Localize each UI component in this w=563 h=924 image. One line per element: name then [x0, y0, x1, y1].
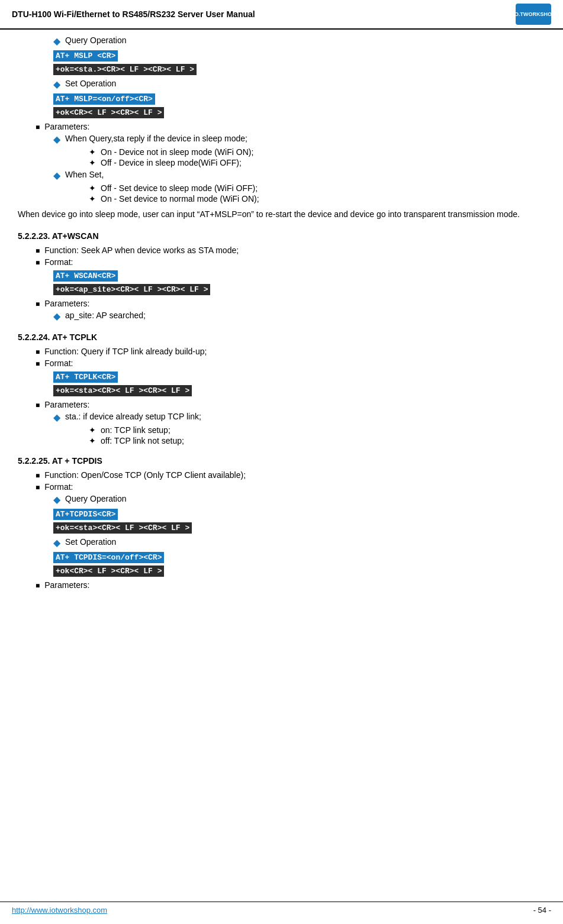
tcpdis-query-code-block: AT+TCPDIS<CR> +ok=<sta><CR>< LF ><CR>< L… — [53, 508, 545, 535]
tcpdis-format-item: ■ Format: — [36, 482, 545, 492]
parameters-item: ■ Parameters: — [36, 122, 545, 131]
tcplk-func-label: Function: Query if TCP link already buil… — [44, 347, 207, 356]
when-set-item: ◆ When Set, — [53, 170, 545, 181]
when-query-item: ◆ When Query,sta reply if the device in … — [53, 134, 545, 145]
on-wifi-on-item: ✦ On - Device not in sleep mode (WiFi ON… — [89, 147, 545, 157]
wscan-params-label: Parameters: — [44, 299, 89, 308]
section-tcpdis-heading: 5.2.2.25. AT + TCPDIS — [18, 456, 545, 466]
wscan-params-item: ■ Parameters: — [36, 299, 545, 308]
arrow-icon-5: ✦ — [89, 425, 96, 435]
tcplk-sta-label: sta.: if device already setup TCP link; — [65, 412, 201, 421]
parameters-label: Parameters: — [44, 122, 89, 131]
wscan-code-block: AT+ WSCAN<CR> +ok=<ap_site><CR>< LF ><CR… — [53, 269, 545, 296]
query-cmd-blue: AT+ MSLP <CR> — [53, 50, 118, 62]
wscan-ap-site-item: ◆ ap_site: AP searched; — [53, 311, 545, 322]
wscan-format-item: ■ Format: — [36, 257, 545, 267]
wscan-func-label: Function: Seek AP when device works as S… — [44, 245, 239, 255]
arrow-icon: ✦ — [89, 147, 96, 157]
diamond-icon: ◆ — [53, 35, 60, 47]
query-cmd-dark: +ok=<sta.><CR>< LF ><CR>< LF > — [53, 64, 197, 75]
diamond-icon-2: ◆ — [53, 79, 60, 90]
tcplk-params-item: ■ Parameters: — [36, 400, 545, 409]
square-icon: ■ — [36, 123, 40, 131]
diamond-icon-3: ◆ — [53, 134, 60, 145]
logo-line1: I.O.T — [511, 11, 523, 18]
square-icon-2: ■ — [36, 247, 40, 255]
wscan-cmd-dark: +ok=<ap_site><CR>< LF ><CR>< LF > — [53, 284, 210, 295]
tcpdis-query-item: ◆ Query Operation — [53, 494, 545, 505]
tcpdis-set-cmd-dark: +ok<CR>< LF ><CR>< LF > — [53, 566, 164, 577]
tcpdis-params-label: Parameters: — [44, 580, 89, 590]
footer-link[interactable]: http://www.iotworkshop.com — [12, 906, 107, 915]
off-set-device: Off - Set device to sleep mode (WiFi OFF… — [101, 183, 258, 193]
square-icon-9: ■ — [36, 483, 40, 492]
diamond-icon-8: ◆ — [53, 537, 60, 548]
tcpdis-params-item: ■ Parameters: — [36, 580, 545, 590]
tcpdis-func-label: Function: Open/Cose TCP (Only TCP Client… — [44, 470, 246, 480]
tcpdis-query-cmd-blue: AT+TCPDIS<CR> — [53, 509, 118, 520]
tcpdis-set-label: Set Operation — [65, 537, 116, 547]
square-icon-5: ■ — [36, 348, 40, 356]
square-icon-8: ■ — [36, 471, 40, 480]
tcpdis-set-code-block: AT+ TCPDIS=<on/off><CR> +ok<CR>< LF ><CR… — [53, 551, 545, 578]
tcplk-code-block: AT+ TCPLK<CR> +ok=<sta><CR>< LF ><CR>< L… — [53, 370, 545, 398]
tcplk-params-label: Parameters: — [44, 400, 89, 409]
square-icon-7: ■ — [36, 401, 40, 409]
tcplk-off-item: ✦ off: TCP link not setup; — [89, 436, 545, 445]
when-query-label: When Query,sta reply if the device in sl… — [65, 134, 247, 143]
set-code-block: AT+ MSLP=<on/off><CR> +ok<CR>< LF ><CR><… — [53, 92, 545, 119]
arrow-icon-4: ✦ — [89, 194, 96, 203]
when-set-label: When Set, — [65, 170, 104, 179]
page-footer: http://www.iotworkshop.com - 54 - — [0, 902, 563, 918]
footer-page: - 54 - — [533, 906, 551, 915]
square-icon-4: ■ — [36, 300, 40, 308]
main-content: ◆ Query Operation AT+ MSLP <CR> +ok=<sta… — [0, 35, 563, 616]
section-tcplk-heading: 5.2.2.24. AT+ TCPLK — [18, 332, 545, 342]
tcpdis-set-item: ◆ Set Operation — [53, 537, 545, 548]
set-operation-label: Set Operation — [65, 79, 116, 88]
set-operation-item: ◆ Set Operation — [53, 79, 545, 90]
tcplk-on-item: ✦ on: TCP link setup; — [89, 425, 545, 435]
tcpdis-function-item: ■ Function: Open/Cose TCP (Only TCP Clie… — [36, 470, 545, 480]
wscan-ap-site: ap_site: AP searched; — [65, 311, 146, 320]
page-header: DTU-H100 Wi-Fi/Ethernet to RS485/RS232 S… — [0, 0, 563, 30]
query-code-block: AT+ MSLP <CR> +ok=<sta.><CR>< LF ><CR>< … — [53, 49, 545, 76]
square-icon-6: ■ — [36, 360, 40, 368]
tcplk-format-item: ■ Format: — [36, 358, 545, 368]
header-title: DTU-H100 Wi-Fi/Ethernet to RS485/RS232 S… — [12, 9, 255, 19]
tcplk-off: off: TCP link not setup; — [101, 436, 184, 445]
arrow-icon-3: ✦ — [89, 183, 96, 193]
logo-line2: WORKSHOP — [523, 11, 555, 18]
tcpdis-set-cmd-blue: AT+ TCPDIS=<on/off><CR> — [53, 552, 164, 563]
on-set-device: On - Set device to normal mode (WiFi ON)… — [101, 194, 259, 203]
tcplk-cmd-dark: +ok=<sta><CR>< LF ><CR>< LF > — [53, 385, 192, 396]
on-set-device-item: ✦ On - Set device to normal mode (WiFi O… — [89, 194, 545, 203]
tcplk-sta-item: ◆ sta.: if device already setup TCP link… — [53, 412, 545, 423]
tcplk-on: on: TCP link setup; — [101, 425, 170, 435]
tcplk-format-label: Format: — [44, 358, 73, 368]
tcplk-cmd-blue: AT+ TCPLK<CR> — [53, 371, 118, 383]
off-set-device-item: ✦ Off - Set device to sleep mode (WiFi O… — [89, 183, 545, 193]
tcplk-function-item: ■ Function: Query if TCP link already bu… — [36, 347, 545, 356]
square-icon-10: ■ — [36, 581, 40, 590]
off-device-in: Off - Device in sleep mode(WiFi OFF); — [101, 158, 242, 167]
tcpdis-query-cmd-dark: +ok=<sta><CR>< LF ><CR>< LF > — [53, 522, 192, 534]
diamond-icon-6: ◆ — [53, 412, 60, 423]
set-cmd-blue: AT+ MSLP=<on/off><CR> — [53, 93, 155, 105]
diamond-icon-5: ◆ — [53, 311, 60, 322]
arrow-icon-2: ✦ — [89, 158, 96, 167]
section-wscan-heading: 5.2.2.23. AT+WSCAN — [18, 231, 545, 241]
arrow-icon-6: ✦ — [89, 436, 96, 445]
logo: I.O.T WORKSHOP — [516, 4, 551, 25]
off-wifi-off-item: ✦ Off - Device in sleep mode(WiFi OFF); — [89, 158, 545, 167]
square-icon-3: ■ — [36, 259, 40, 267]
wscan-cmd-blue: AT+ WSCAN<CR> — [53, 270, 118, 282]
tcpdis-format-label: Format: — [44, 482, 73, 492]
wscan-format-label: Format: — [44, 257, 73, 267]
query-operation-item: ◆ Query Operation — [53, 35, 545, 47]
sleep-mode-paragraph: When device go into sleep mode, user can… — [18, 208, 545, 221]
query-operation-label: Query Operation — [65, 35, 127, 45]
diamond-icon-4: ◆ — [53, 170, 60, 181]
diamond-icon-7: ◆ — [53, 494, 60, 505]
set-cmd-dark: +ok<CR>< LF ><CR>< LF > — [53, 107, 164, 118]
